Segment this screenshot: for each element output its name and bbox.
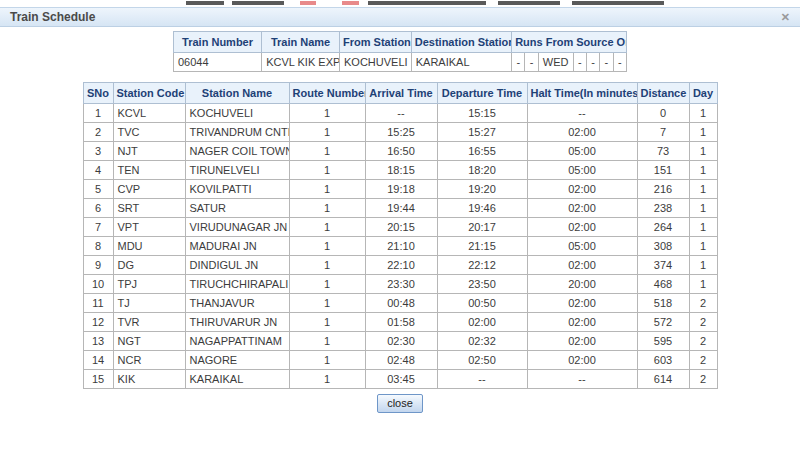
schedule-cell: 468 bbox=[637, 275, 689, 294]
schedule-cell: 16:55 bbox=[437, 142, 527, 161]
dialog-body: Train Number Train Name From Station Des… bbox=[0, 27, 800, 413]
schedule-cell: 10 bbox=[83, 275, 113, 294]
runs-on-day: - bbox=[573, 53, 586, 72]
schedule-cell: 1 bbox=[689, 142, 717, 161]
schedule-header-row: SNo Station Code Station Name Route Numb… bbox=[83, 83, 717, 104]
schedule-cell: 2 bbox=[83, 123, 113, 142]
schedule-cell: 1 bbox=[83, 104, 113, 123]
train-info-header-row: Train Number Train Name From Station Des… bbox=[174, 32, 627, 53]
sno-header: SNo bbox=[83, 83, 113, 104]
schedule-cell: 05:00 bbox=[527, 142, 637, 161]
schedule-cell: TJ bbox=[113, 294, 185, 313]
runs-from-source-header: Runs From Source On bbox=[512, 32, 627, 53]
schedule-cell: 20:15 bbox=[365, 218, 437, 237]
schedule-cell: 1 bbox=[289, 180, 365, 199]
schedule-cell: 02:32 bbox=[437, 332, 527, 351]
schedule-cell: 11 bbox=[83, 294, 113, 313]
schedule-cell: 12 bbox=[83, 313, 113, 332]
schedule-cell: 1 bbox=[689, 237, 717, 256]
route-number-header: Route Number bbox=[289, 83, 365, 104]
schedule-cell: -- bbox=[365, 104, 437, 123]
schedule-cell: KIK bbox=[113, 370, 185, 389]
train-name-header: Train Name bbox=[262, 32, 340, 53]
schedule-cell: 6 bbox=[83, 199, 113, 218]
table-row: 1KCVLKOCHUVELI1--15:15--01 bbox=[83, 104, 717, 123]
train-number-value: 06044 bbox=[174, 53, 262, 72]
schedule-cell: 73 bbox=[637, 142, 689, 161]
schedule-cell: -- bbox=[527, 104, 637, 123]
schedule-cell: 15 bbox=[83, 370, 113, 389]
schedule-cell: 22:10 bbox=[365, 256, 437, 275]
schedule-cell: 15:25 bbox=[365, 123, 437, 142]
schedule-cell: 1 bbox=[289, 161, 365, 180]
schedule-cell: 02:00 bbox=[527, 123, 637, 142]
schedule-cell: 1 bbox=[289, 237, 365, 256]
runs-on-day: - bbox=[613, 53, 626, 72]
schedule-cell: 1 bbox=[689, 199, 717, 218]
schedule-cell: TRIVANDRUM CNTL bbox=[185, 123, 289, 142]
schedule-cell: TVR bbox=[113, 313, 185, 332]
schedule-cell: MADURAI JN bbox=[185, 237, 289, 256]
table-row: 9DGDINDIGUL JN122:1022:1202:003741 bbox=[83, 256, 717, 275]
table-row: 6SRTSATUR119:4419:4602:002381 bbox=[83, 199, 717, 218]
schedule-cell: NJT bbox=[113, 142, 185, 161]
schedule-cell: 1 bbox=[289, 370, 365, 389]
arrival-time-header: Arrival Time bbox=[365, 83, 437, 104]
schedule-cell: 216 bbox=[637, 180, 689, 199]
schedule-cell: 7 bbox=[637, 123, 689, 142]
table-row: 4TENTIRUNELVELI118:1518:2005:001511 bbox=[83, 161, 717, 180]
schedule-cell: 02:00 bbox=[527, 313, 637, 332]
schedule-cell: KOCHUVELI bbox=[185, 104, 289, 123]
schedule-cell: 238 bbox=[637, 199, 689, 218]
schedule-cell: 1 bbox=[689, 104, 717, 123]
schedule-cell: 00:48 bbox=[365, 294, 437, 313]
schedule-cell: NGT bbox=[113, 332, 185, 351]
schedule-cell: 15:27 bbox=[437, 123, 527, 142]
train-info-table: Train Number Train Name From Station Des… bbox=[173, 31, 627, 72]
schedule-cell: VIRUDUNAGAR JN bbox=[185, 218, 289, 237]
schedule-cell: 05:00 bbox=[527, 237, 637, 256]
schedule-cell: 15:15 bbox=[437, 104, 527, 123]
schedule-cell: 2 bbox=[689, 370, 717, 389]
schedule-cell: NAGAPPATTINAM bbox=[185, 332, 289, 351]
background-page-sliver bbox=[0, 0, 800, 7]
schedule-cell: 0 bbox=[637, 104, 689, 123]
train-info-row: 06044 KCVL KIK EXP KOCHUVELI KARAIKAL - … bbox=[174, 53, 627, 72]
schedule-cell: 02:50 bbox=[437, 351, 527, 370]
schedule-cell: 572 bbox=[637, 313, 689, 332]
clipped-text-fragment bbox=[572, 1, 664, 5]
schedule-cell: NAGER COIL TOWN bbox=[185, 142, 289, 161]
schedule-cell: 1 bbox=[289, 332, 365, 351]
schedule-cell: SATUR bbox=[185, 199, 289, 218]
schedule-cell: 1 bbox=[689, 180, 717, 199]
schedule-cell: 374 bbox=[637, 256, 689, 275]
schedule-cell: 1 bbox=[689, 161, 717, 180]
schedule-cell: NAGORE bbox=[185, 351, 289, 370]
schedule-cell: 01:58 bbox=[365, 313, 437, 332]
train-name-value: KCVL KIK EXP bbox=[262, 53, 340, 72]
schedule-cell: MDU bbox=[113, 237, 185, 256]
schedule-cell: KOVILPATTI bbox=[185, 180, 289, 199]
schedule-cell: 19:44 bbox=[365, 199, 437, 218]
schedule-cell: DG bbox=[113, 256, 185, 275]
runs-on-day: - bbox=[600, 53, 613, 72]
table-row: 11TJTHANJAVUR100:4800:5002:005182 bbox=[83, 294, 717, 313]
close-icon[interactable]: ✕ bbox=[779, 11, 792, 24]
schedule-cell: 23:50 bbox=[437, 275, 527, 294]
schedule-cell: 00:50 bbox=[437, 294, 527, 313]
schedule-cell: 23:30 bbox=[365, 275, 437, 294]
dialog-titlebar[interactable]: Train Schedule ✕ bbox=[0, 7, 800, 27]
from-station-value: KOCHUVELI bbox=[340, 53, 412, 72]
schedule-cell: 19:46 bbox=[437, 199, 527, 218]
schedule-cell: 4 bbox=[83, 161, 113, 180]
schedule-cell: 3 bbox=[83, 142, 113, 161]
schedule-cell: 308 bbox=[637, 237, 689, 256]
schedule-cell: 02:00 bbox=[527, 351, 637, 370]
schedule-cell: 21:10 bbox=[365, 237, 437, 256]
clipped-text-fragment bbox=[368, 1, 486, 5]
table-row: 2TVCTRIVANDRUM CNTL115:2515:2702:0071 bbox=[83, 123, 717, 142]
schedule-cell: 13 bbox=[83, 332, 113, 351]
schedule-cell: TVC bbox=[113, 123, 185, 142]
close-button[interactable]: close bbox=[377, 394, 423, 413]
schedule-cell: 22:12 bbox=[437, 256, 527, 275]
